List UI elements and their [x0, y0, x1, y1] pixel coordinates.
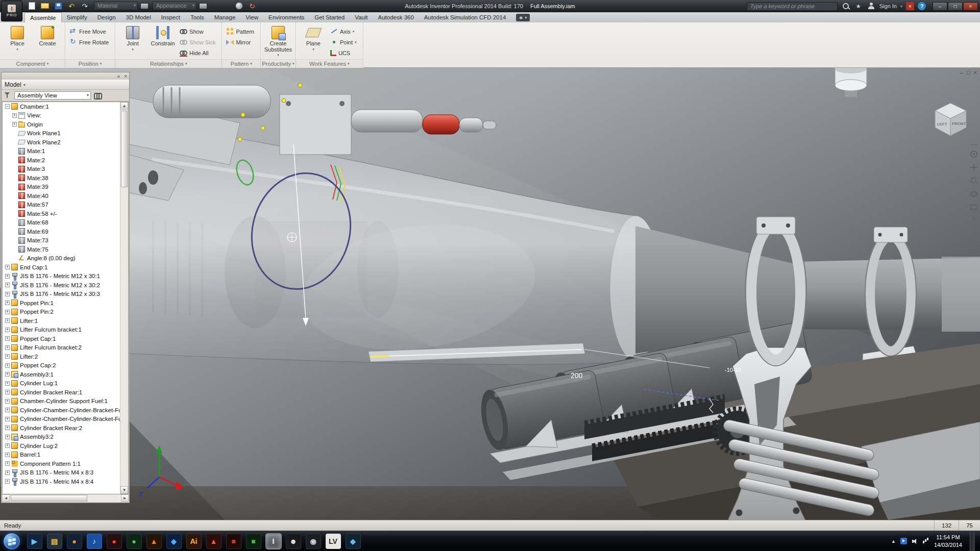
tree-expander[interactable]: +: [5, 479, 10, 484]
taskbar-skull-app[interactable]: ☻: [286, 534, 301, 549]
tree-item[interactable]: +Assembly3:2: [3, 433, 120, 442]
tree-expander[interactable]: +: [5, 300, 10, 305]
taskbar-clock[interactable]: 11:54 PM 14/03/2014: [934, 534, 962, 549]
tree-item[interactable]: +Chamber-Cylinder Support Fuel:1: [3, 397, 120, 406]
tree-item[interactable]: −Chamber:1: [3, 102, 120, 111]
create-substitutes-button[interactable]: Create Substitutes▾: [264, 24, 292, 57]
tree-expander[interactable]: +: [5, 443, 10, 448]
open-icon[interactable]: [40, 2, 50, 11]
tab-manage[interactable]: Manage: [209, 12, 241, 22]
taskbar-autodesk-app[interactable]: ◆: [346, 534, 361, 549]
undo-icon[interactable]: [66, 2, 77, 11]
tree-item[interactable]: Work Plane1: [3, 129, 120, 138]
close-button[interactable]: ×: [963, 2, 978, 11]
plane-button[interactable]: Plane▾: [299, 24, 328, 51]
ribbon-display-toggle[interactable]: ◉▾: [516, 14, 530, 21]
tree-item[interactable]: +Component Pattern 1:1: [3, 459, 120, 468]
free-rotate-button[interactable]: Free Rotate: [68, 37, 112, 47]
tab-tools[interactable]: Tools: [185, 12, 209, 22]
tree-expander[interactable]: +: [5, 390, 10, 394]
browser-collapse-icon[interactable]: «: [117, 73, 120, 79]
tree-expander[interactable]: +: [5, 328, 10, 332]
hscroll-thumb[interactable]: [11, 495, 87, 502]
tab-simplify[interactable]: Simplify: [62, 12, 92, 22]
tree-item[interactable]: +End Cap:1: [3, 263, 120, 272]
tree-expander[interactable]: +: [5, 408, 10, 412]
tree-expander[interactable]: +: [12, 122, 17, 127]
show-sick-button[interactable]: Show Sick: [179, 37, 218, 47]
doc-close-button[interactable]: ×: [974, 69, 977, 76]
start-button[interactable]: [3, 533, 20, 550]
volume-icon[interactable]: [912, 538, 918, 544]
hide-all-button[interactable]: Hide All: [179, 48, 218, 58]
tree-item[interactable]: +Poppet Pin:2: [3, 308, 120, 317]
scroll-up-arrow[interactable]: ▲: [120, 102, 128, 110]
tree-item[interactable]: +Cylinder-Chamber-Cylinder-Bracket-Fu: [3, 415, 120, 424]
tab-autodesk-360[interactable]: Autodesk 360: [373, 12, 419, 22]
tab-assemble[interactable]: Assemble: [24, 12, 62, 22]
tree-item[interactable]: Mate:39: [3, 183, 120, 192]
tree-item[interactable]: Mate:2: [3, 156, 120, 165]
axis-button[interactable]: Axis▾: [329, 27, 360, 36]
panel-label-relationships[interactable]: Relationships▾: [115, 59, 222, 68]
assembly-view-dropdown[interactable]: Assembly View: [14, 91, 91, 99]
browser-header[interactable]: Model ▾: [2, 80, 129, 90]
taskbar-red-app[interactable]: ■: [226, 534, 241, 549]
tree-item[interactable]: +Poppet Pin:1: [3, 298, 120, 308]
tab-3d-model[interactable]: 3D Model: [121, 12, 156, 22]
free-move-button[interactable]: Free Move: [68, 27, 112, 36]
tree-expander[interactable]: +: [5, 283, 10, 287]
sign-in-button[interactable]: Sign In: [879, 3, 897, 9]
doc-minimize-button[interactable]: –: [960, 69, 963, 76]
point-button[interactable]: Point▾: [329, 37, 360, 47]
tree-expander[interactable]: +: [5, 292, 10, 296]
scroll-down-arrow[interactable]: ▼: [120, 486, 128, 494]
material-dropdown[interactable]: Material: [94, 2, 138, 10]
exchange-apps-icon[interactable]: ×: [906, 2, 914, 10]
show-button[interactable]: Show: [179, 27, 218, 36]
zoom-icon[interactable]: [969, 176, 978, 185]
tab-design[interactable]: Design: [92, 12, 121, 22]
taskbar-firefox[interactable]: ●: [67, 534, 82, 549]
joint-button[interactable]: Joint▾: [118, 24, 147, 51]
tree-item[interactable]: +Lifter:2: [3, 352, 120, 361]
taskbar-itunes[interactable]: ♪: [87, 534, 102, 549]
create-button[interactable]: Create: [33, 24, 62, 47]
tree-item[interactable]: +Lifter Fulcrum bracket:2: [3, 343, 120, 353]
red-plunger[interactable]: [423, 115, 459, 134]
tree-item[interactable]: +Lifter Fulcrum bracket:1: [3, 325, 120, 335]
tree-item[interactable]: +View:: [3, 111, 120, 120]
tree-expander[interactable]: +: [5, 318, 10, 323]
tree-item[interactable]: Mate:40: [3, 191, 120, 201]
tree-item[interactable]: Work Plane2: [3, 138, 120, 147]
mirror-button[interactable]: Mirror: [225, 37, 257, 47]
tree-item[interactable]: Mate:69: [3, 227, 120, 236]
update-icon[interactable]: [247, 2, 257, 11]
tree-item[interactable]: +JIS B 1176 - Metric M12 x 30:3: [3, 290, 120, 299]
material-swatch-icon[interactable]: [140, 3, 149, 9]
look-at-icon[interactable]: [969, 203, 978, 212]
constrain-button[interactable]: Constrain: [149, 24, 177, 47]
tab-vault[interactable]: Vault: [350, 12, 373, 22]
taskbar-windows-media-player[interactable]: ▶: [27, 534, 42, 549]
scroll-thumb[interactable]: [121, 111, 128, 187]
tree-item[interactable]: +Cylinder Lug:2: [3, 441, 120, 450]
panel-label-pattern[interactable]: Pattern▾: [222, 59, 260, 68]
appearance-dropdown[interactable]: Appearance: [153, 2, 197, 10]
taskbar-opera[interactable]: ●: [107, 534, 122, 549]
tree-item[interactable]: +Origin: [3, 120, 120, 129]
search-icon[interactable]: [841, 2, 850, 11]
tree-expander[interactable]: +: [5, 265, 10, 269]
favorites-star-icon[interactable]: ★: [854, 2, 863, 11]
navigation-wheel-icon[interactable]: [969, 149, 978, 159]
pan-icon[interactable]: [969, 163, 978, 172]
tab-autodesk-simulation-cfd-2014[interactable]: Autodesk Simulation CFD 2014: [419, 12, 511, 22]
browser-search-icon[interactable]: [94, 92, 103, 98]
tree-expander[interactable]: +: [5, 381, 10, 386]
taskbar-illustrator[interactable]: Ai: [186, 534, 202, 549]
tree-expander[interactable]: +: [5, 345, 10, 350]
tree-expander[interactable]: −: [5, 104, 10, 109]
scroll-right-arrow[interactable]: ►: [121, 494, 129, 502]
orbit-icon[interactable]: [969, 189, 978, 198]
tree-item[interactable]: +Cylinder Bracket Rear:2: [3, 423, 120, 433]
